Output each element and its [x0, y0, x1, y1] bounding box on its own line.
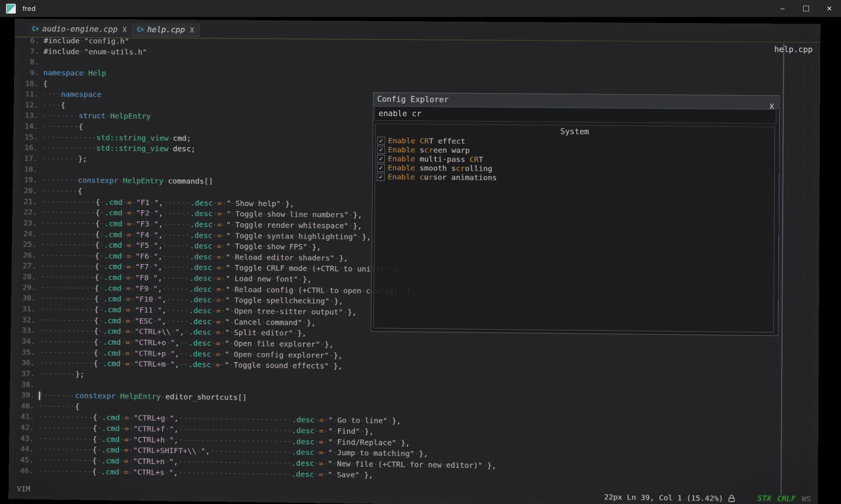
line-number: 42.	[12, 422, 34, 433]
minimize-button[interactable]: –	[771, 0, 794, 17]
config-item-label: Enable cursor animations	[388, 172, 497, 182]
cpp-icon: C+	[32, 25, 39, 32]
config-item-label: Enable multi-pass CRT	[388, 154, 483, 164]
line-number: 43.	[12, 433, 34, 444]
close-button[interactable]: ✕	[818, 0, 841, 17]
tab-help.cpp[interactable]: C+help.cppX	[132, 23, 200, 37]
maximize-button[interactable]	[794, 0, 818, 17]
checkbox-icon[interactable]: ✓	[377, 155, 385, 163]
line-number: 8.	[17, 57, 39, 68]
tab-audio-engine.cpp[interactable]: C+audio-engine.cppX	[28, 22, 133, 36]
line-number: 12.	[17, 99, 38, 110]
config-explorer-popup: Config Explorer X System ✓Enable CRT eff…	[371, 92, 780, 336]
line-number: 14.	[16, 121, 38, 132]
checkbox-icon[interactable]: ✓	[377, 137, 385, 144]
line-number: 25.	[15, 239, 37, 250]
line-number: 19.	[15, 174, 37, 185]
checkbox-icon[interactable]: ✓	[377, 146, 385, 154]
window-titlebar: fred – ✕	[0, 0, 841, 17]
tab-label: help.cpp	[147, 25, 185, 34]
line-number: 18.	[16, 164, 38, 175]
status-flag-CRLF: CRLF	[777, 494, 796, 503]
line-number: 28.	[14, 271, 36, 282]
cpp-icon: C+	[137, 26, 144, 33]
editor-surface: C+audio-engine.cppXC+help.cppX help.cpp …	[8, 18, 820, 504]
line-number: 9.	[17, 67, 39, 78]
line-number: 40.	[12, 400, 34, 411]
line-number: 41.	[12, 411, 34, 422]
line-number: 20.	[15, 185, 37, 196]
status-mode: VIM	[17, 484, 30, 493]
line-number: 34.	[14, 336, 35, 347]
tab-label: audio-engine.cpp	[42, 25, 118, 34]
status-flag-STX: STX	[757, 493, 771, 503]
config-item-label: Enable smooth scrolling	[388, 163, 492, 173]
checkbox-icon[interactable]: ✓	[377, 173, 385, 181]
lock-icon	[729, 495, 735, 502]
config-item-label: Enable CRT effect	[388, 136, 465, 146]
checkbox-icon[interactable]: ✓	[377, 164, 385, 172]
status-flag-WS: WS	[802, 494, 811, 504]
config-list: System ✓Enable CRT effect✓Enable screen …	[374, 124, 775, 333]
line-number: 17.	[16, 153, 38, 164]
line-number: 36.	[13, 357, 35, 368]
config-search-input[interactable]	[374, 106, 776, 124]
line-number: 13.	[17, 110, 38, 121]
app-icon	[6, 4, 16, 14]
line-number: 26.	[15, 250, 37, 261]
file-indicator: help.cpp	[774, 45, 813, 54]
status-position: 22px Ln 39, Col 1 (15.42%)	[604, 492, 735, 503]
line-number: 46.	[12, 465, 34, 476]
config-items: ✓Enable CRT effect✓Enable screen warp✓En…	[375, 136, 775, 184]
line-number: 44.	[12, 444, 34, 455]
line-number: 11.	[17, 89, 39, 100]
line-number: 29.	[14, 282, 36, 293]
line-number: 16.	[16, 142, 38, 153]
tab-bar: C+audio-engine.cppXC+help.cppX	[28, 22, 200, 37]
maximize-icon	[803, 6, 809, 11]
screen: C+audio-engine.cppXC+help.cppX help.cpp …	[0, 17, 841, 504]
line-number: 33.	[14, 325, 35, 336]
tab-close-icon[interactable]: X	[190, 26, 194, 34]
line-number: 21.	[15, 196, 37, 207]
line-number: 45.	[12, 454, 34, 465]
line-number: 31.	[14, 303, 36, 314]
status-flags: STXCRLFWS	[757, 493, 811, 503]
line-number: 38.	[13, 379, 35, 390]
line-number: 32.	[14, 314, 35, 325]
config-item-label: Enable screen warp	[388, 145, 470, 155]
line-number: 7.	[17, 46, 39, 57]
status-message: 22px Ln 39, Col 1 (15.42%)	[604, 492, 723, 503]
window-title: fred	[23, 5, 36, 13]
tab-close-icon[interactable]: X	[123, 25, 127, 34]
line-number: 23.	[15, 217, 37, 228]
line-number: 30.	[14, 293, 36, 304]
line-number: 39.	[13, 390, 35, 401]
line-number: 15.	[16, 132, 38, 143]
line-number: 22.	[15, 207, 37, 218]
line-number: 37.	[13, 368, 35, 379]
config-explorer-title: Config Explorer	[377, 95, 449, 104]
line-number: 27.	[14, 260, 36, 271]
line-number: 10.	[17, 78, 39, 89]
line-number: 24.	[15, 228, 37, 239]
line-number: 35.	[13, 346, 35, 357]
